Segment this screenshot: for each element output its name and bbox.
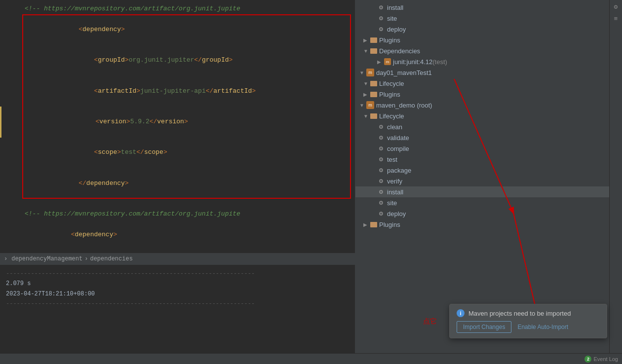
arrow-right-icon [363,222,369,227]
editor-content: <!-- https://mvnrepository.com/artifact/… [0,0,355,253]
collapse-button[interactable]: ≡ [611,14,621,24]
tree-item-clean[interactable]: clean [355,121,622,132]
arrow-down-icon [363,48,369,54]
tree-item-label: install [387,4,403,11]
tree-item-label: Plugins [379,91,400,98]
tree-item-label: Plugins [379,221,400,228]
tree-item-site-top[interactable]: site [355,13,622,24]
breadcrumb-sep-2: › [84,255,88,262]
tree-item-lifecycle-3[interactable]: Lifecycle [355,110,622,121]
output-content: ----------------------------------------… [0,265,355,313]
code-text: <dependency> [25,14,125,45]
tree-item-label: validate [387,134,409,142]
tree-item-label: verify [387,178,402,185]
folder-icon [370,113,377,119]
tree-item-label: Lifecycle [379,112,404,120]
event-log-icon: 2 [584,356,591,363]
tree-item-site[interactable]: site [355,197,622,208]
tree-item-label: site [387,15,397,22]
gear-icon [377,145,385,152]
gear-icon [377,199,385,207]
arrow-down-icon [363,113,369,119]
code-line-11: <groupId>org.junit.jupiter</groupId> [0,251,355,253]
maven-tree: install site deploy Plugins [355,0,622,353]
notification-info-icon: i [457,309,465,317]
tree-item-package[interactable]: package [355,165,622,176]
code-text: <artifactId>junit-jupiter-api</artifactI… [25,76,256,107]
tree-item-label: maven_demo (root) [376,102,432,109]
code-text: </dependency> [25,168,129,199]
tree-item-junit-dep[interactable]: m junit:junit:4.12 (test) [355,56,622,67]
gear-icon [377,25,385,33]
tree-item-maven-demo[interactable]: m maven_demo (root) [355,100,622,110]
folder-icon [370,37,377,43]
gear-icon [377,210,385,218]
annotation-text: 点它 [423,317,437,326]
tree-item-label: Plugins [379,36,400,44]
code-text: <scope>test</scope> [25,138,167,168]
tree-item-plugins-3[interactable]: Plugins [355,219,622,230]
tree-item-label: deploy [387,26,406,33]
output-pane: ----------------------------------------… [0,264,355,353]
code-line-9: <!-- https://mvnrepository.com/artifact/… [0,209,355,219]
breadcrumb-arrow: › [4,255,7,262]
code-line-6: <scope>test</scope> [0,138,355,168]
folder-icon [370,48,377,54]
code-text: <version>5.9.2</version> [26,107,188,137]
gear-icon [377,177,385,185]
maven-dep-icon: m [384,58,391,65]
import-changes-button[interactable]: Import Changes [457,321,511,333]
tree-item-test[interactable]: test [355,154,622,165]
settings-button[interactable]: ⚙ [611,2,621,12]
arrow-down-icon [359,70,365,75]
arrow-right-icon [363,92,369,97]
tree-item-deploy[interactable]: deploy [355,208,622,219]
tree-item-plugins-day01[interactable]: Plugins [355,89,622,100]
tree-item-suffix: (test) [432,58,447,66]
code-line-4: <artifactId>junit-jupiter-api</artifactI… [0,76,355,107]
comment-text-2: <!-- https://mvnrepository.com/artifact/… [25,209,240,219]
tree-item-label: compile [387,145,409,152]
breadcrumb-part-1[interactable]: dependencyManagement [11,255,82,262]
tree-item-verify[interactable]: verify [355,176,622,186]
maven-notification-popup: i Maven projects need to be imported Imp… [449,304,607,338]
tree-item-label: Lifecycle [379,80,404,87]
code-line-2: <dependency> [0,14,355,45]
tree-item-validate[interactable]: validate [355,132,622,143]
output-datetime: 2023-04-27T18:21:10+08:00 [6,289,349,299]
tree-item-label: deploy [387,210,406,218]
tree-item-dependencies[interactable]: Dependencies [355,45,622,56]
tree-item-plugins-1[interactable]: Plugins [355,35,622,45]
code-text: <groupId>org.junit.jupiter</groupId> [25,251,225,253]
gear-icon [377,134,385,142]
tree-item-label: clean [387,123,402,131]
gear-icon [377,166,385,174]
breadcrumb-part-2[interactable]: dependencies [90,255,132,262]
dependency-block-1: <dependency> <groupId>org.junit.jupiter<… [0,14,355,199]
tree-item-day01[interactable]: m day01_mavenTest1 [355,67,622,78]
status-bar: 2 Event Log [0,353,622,364]
enable-auto-import-button[interactable]: Enable Auto-Import [511,321,574,333]
output-dashed-1: ----------------------------------------… [6,269,349,279]
tree-item-deploy-top[interactable]: deploy [355,24,622,35]
tree-item-label: Dependencies [379,47,420,55]
gear-icon [377,188,385,196]
maven-icon: m [366,69,374,76]
tree-item-install-selected[interactable]: install [355,186,622,197]
event-log-button[interactable]: 2 Event Log [584,356,618,363]
tree-item-install-top[interactable]: install [355,2,622,13]
tree-item-label: site [387,199,397,207]
folder-icon [370,81,377,86]
code-area: <!-- https://mvnrepository.com/artifact/… [0,0,355,253]
arrow-right-icon [377,59,383,65]
tree-item-compile[interactable]: compile [355,143,622,154]
code-line-3: <groupId>org.junit.jupiter</groupId> [0,45,355,75]
notification-message: Maven projects need to be imported [468,310,571,317]
maven-icon: m [366,101,374,109]
code-line-5: <version>5.9.2</version> [0,107,355,137]
gear-icon [377,123,385,131]
tree-item-lifecycle-2[interactable]: Lifecycle [355,78,622,89]
right-toolbar: ⚙ ≡ [609,0,622,353]
maven-panel: install site deploy Plugins [355,0,622,353]
arrow-down-icon [363,81,369,86]
